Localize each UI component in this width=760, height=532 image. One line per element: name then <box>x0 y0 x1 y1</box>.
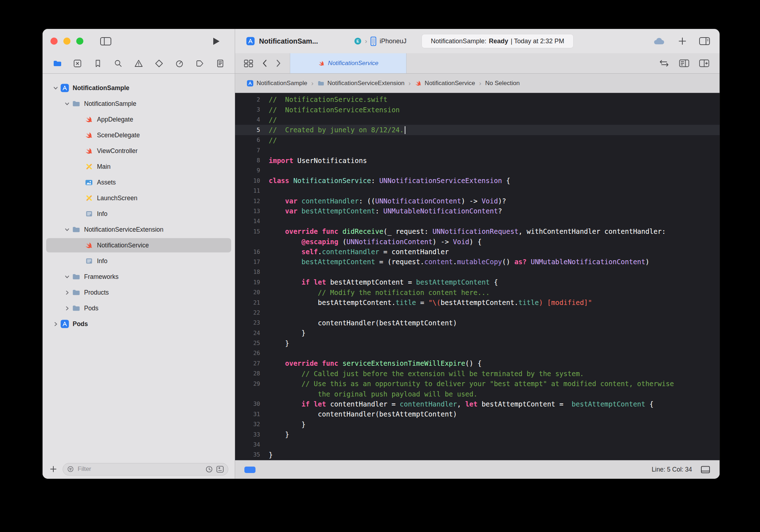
code-line[interactable]: 31 contentHandler(bestAttemptContent) <box>235 409 720 419</box>
line-number[interactable]: 14 <box>235 218 264 225</box>
line-number[interactable]: 35 <box>235 451 264 458</box>
disclosure-chevron-icon[interactable] <box>63 227 71 232</box>
line-number[interactable]: 19 <box>235 279 264 286</box>
breadcrumb-item[interactable]: NotificationServiceExtension <box>317 80 404 87</box>
code-review-icon[interactable] <box>659 59 669 67</box>
code-line[interactable]: 19 if let bestAttemptContent = bestAttem… <box>235 277 720 287</box>
code-line[interactable]: 27 override func serviceExtensionTimeWil… <box>235 358 720 368</box>
code-line[interactable]: 14 <box>235 216 720 226</box>
find-navigator-icon[interactable] <box>113 58 124 69</box>
disclosure-chevron-icon[interactable] <box>63 306 71 311</box>
tree-item-viewcontroller[interactable]: ViewController <box>43 143 235 159</box>
code-line[interactable]: 23 contentHandler(bestAttemptContent) <box>235 318 720 328</box>
cloud-icon[interactable] <box>652 36 666 46</box>
tree-item-scenedelegate[interactable]: SceneDelegate <box>43 127 235 143</box>
line-number[interactable]: 11 <box>235 187 264 194</box>
tree-item-main[interactable]: Main <box>43 159 235 174</box>
code-line[interactable]: 2// NotificationService.swift <box>235 94 720 104</box>
code-line[interactable]: 34 <box>235 439 720 449</box>
line-number[interactable]: 34 <box>235 441 264 448</box>
breadcrumb-item[interactable]: NotificationService <box>415 80 475 87</box>
code-line[interactable]: 24 } <box>235 328 720 338</box>
breakpoints-navigator-icon[interactable] <box>194 58 205 69</box>
line-number[interactable]: 6 <box>235 137 264 143</box>
tree-item-products[interactable]: Products <box>43 285 235 300</box>
issues-navigator-icon[interactable] <box>133 58 144 69</box>
line-number[interactable]: 12 <box>235 198 264 205</box>
tree-item-notificationservice[interactable]: NotificationService <box>43 237 235 253</box>
disclosure-chevron-icon[interactable] <box>51 85 60 91</box>
tree-item-launchscreen[interactable]: LaunchScreen <box>43 190 235 206</box>
source-control-navigator-icon[interactable] <box>72 58 83 69</box>
zoom-icon[interactable] <box>76 38 83 45</box>
tree-item-info[interactable]: Info <box>43 206 235 222</box>
tab-notificationservice[interactable]: NotificationService <box>290 53 406 73</box>
line-number[interactable]: 8 <box>235 157 264 164</box>
code-line[interactable]: 15 override func didReceive(_ request: U… <box>235 226 720 236</box>
line-number[interactable]: 33 <box>235 431 264 438</box>
line-number[interactable]: 9 <box>235 167 264 174</box>
breakpoint-pill-icon[interactable] <box>244 467 255 473</box>
code-line[interactable]: 4// <box>235 115 720 125</box>
code-line[interactable]: 3// NotificationServiceExtension <box>235 104 720 114</box>
code-line[interactable]: 16 self.contentHandler = contentHandler <box>235 247 720 257</box>
line-number[interactable]: 10 <box>235 177 264 184</box>
line-number[interactable]: 23 <box>235 319 264 326</box>
code-line[interactable]: 18 <box>235 267 720 277</box>
code-line[interactable]: 6// <box>235 135 720 145</box>
add-icon[interactable] <box>49 465 58 473</box>
project-navigator-icon[interactable] <box>52 58 63 69</box>
code-line[interactable]: 26 <box>235 348 720 358</box>
line-number[interactable]: 24 <box>235 330 264 336</box>
code-line[interactable]: 11 <box>235 186 720 196</box>
line-number[interactable]: 28 <box>235 370 264 377</box>
code-line[interactable]: 5// Created by junely on 8/12/24. <box>235 125 720 135</box>
line-number[interactable]: 29 <box>235 380 264 387</box>
code-line[interactable]: 32 } <box>235 419 720 429</box>
tree-item-notificationsample[interactable]: NotificationSample <box>43 80 235 96</box>
sidebar-toggle-icon[interactable] <box>100 36 112 46</box>
line-number[interactable]: 17 <box>235 258 264 265</box>
line-number[interactable]: 31 <box>235 411 264 418</box>
line-number[interactable]: 32 <box>235 421 264 428</box>
line-number[interactable]: 13 <box>235 208 264 215</box>
tree-item-appdelegate[interactable]: AppDelegate <box>43 112 235 127</box>
related-items-icon[interactable] <box>244 59 253 68</box>
scheme-selector[interactable]: E › iPhoneuJ <box>354 36 406 46</box>
line-number[interactable]: 25 <box>235 340 264 346</box>
line-number[interactable]: 4 <box>235 116 264 123</box>
disclosure-chevron-icon[interactable] <box>51 321 60 327</box>
line-number[interactable]: 18 <box>235 269 264 275</box>
code-line[interactable]: 29 // Use this as an opportunity to deli… <box>235 379 720 389</box>
recents-clock-icon[interactable] <box>205 466 213 473</box>
line-number[interactable]: 7 <box>235 147 264 154</box>
code-line[interactable]: 12 var contentHandler: ((UNNotificationC… <box>235 196 720 206</box>
line-number[interactable]: 26 <box>235 350 264 356</box>
line-number[interactable]: 15 <box>235 228 264 235</box>
code-line[interactable]: 30 if let contentHandler = contentHandle… <box>235 399 720 409</box>
flags-filter-icon[interactable] <box>216 466 224 473</box>
code-line[interactable]: 9 <box>235 166 720 176</box>
tree-item-pods[interactable]: Pods <box>43 300 235 316</box>
code-line[interactable]: 35} <box>235 450 720 460</box>
disclosure-chevron-icon[interactable] <box>63 290 71 295</box>
code-line[interactable]: 13 var bestAttemptContent: UNMutableNoti… <box>235 206 720 216</box>
line-number[interactable]: 27 <box>235 360 264 367</box>
code-line[interactable]: 20 // Modify the notification content he… <box>235 287 720 297</box>
breadcrumb-item[interactable]: NotificationSample <box>247 80 307 87</box>
new-tab-icon[interactable] <box>677 36 687 46</box>
tree-item-notificationserviceextension[interactable]: NotificationServiceExtension <box>43 222 235 237</box>
minimize-icon[interactable] <box>63 38 70 45</box>
editor-layout-icon[interactable] <box>699 36 710 46</box>
line-number[interactable]: 22 <box>235 309 264 316</box>
run-icon[interactable] <box>212 37 220 46</box>
tests-navigator-icon[interactable] <box>154 58 164 69</box>
activity-status[interactable]: NotificationSample: Ready | Today at 2:3… <box>422 34 574 48</box>
line-number[interactable]: 30 <box>235 400 264 407</box>
back-icon[interactable] <box>262 59 267 68</box>
reports-navigator-icon[interactable] <box>215 58 225 69</box>
bookmarks-navigator-icon[interactable] <box>93 58 103 69</box>
code-area[interactable]: 2// NotificationService.swift3// Notific… <box>235 93 720 460</box>
add-editor-icon[interactable] <box>699 59 710 68</box>
code-line[interactable]: 8import UserNotifications <box>235 155 720 165</box>
